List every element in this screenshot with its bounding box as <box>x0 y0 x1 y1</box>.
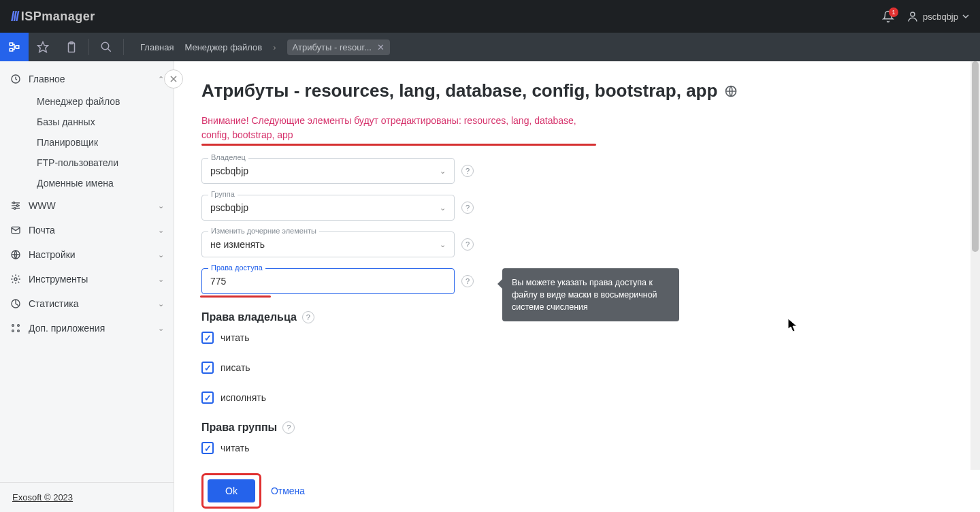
breadcrumb-filemanager[interactable]: Менеджер файлов <box>184 42 262 52</box>
gear-icon <box>10 273 22 285</box>
nav-group-www[interactable]: WWW ⌄ <box>0 193 174 218</box>
owner-select[interactable]: Владелец pscbqbjp ⌄ <box>201 158 455 184</box>
clipboard-icon <box>65 41 78 53</box>
svg-point-0 <box>911 12 915 16</box>
ok-button[interactable]: Ok <box>208 479 255 502</box>
logo-text: ISPmanager <box>21 10 95 24</box>
main-content: Атрибуты - resources, lang, database, co… <box>174 61 980 512</box>
group-read-checkbox[interactable]: читать <box>201 442 953 454</box>
breadcrumb-current-tab[interactable]: Атрибуты - resour... ✕ <box>287 39 390 55</box>
svg-rect-1 <box>10 43 13 46</box>
permissions-value: 775 <box>210 276 226 287</box>
ok-highlight-box: Ok <box>201 473 261 509</box>
permissions-label: Права доступа <box>208 263 265 272</box>
toolbar-separator <box>88 39 89 55</box>
user-menu[interactable]: pscbqbjp <box>906 10 969 22</box>
logo[interactable]: /// ISPmanager <box>11 9 95 25</box>
clipboard-button[interactable] <box>57 33 86 61</box>
checkbox-label: читать <box>220 332 250 343</box>
nav-group-label: WWW <box>29 200 56 211</box>
nav-group-mail[interactable]: Почта ⌄ <box>0 218 174 242</box>
breadcrumbs: Главная Менеджер файлов › Атрибуты - res… <box>140 39 390 55</box>
chevron-down-icon <box>962 13 969 20</box>
sidebar-item-ftpusers[interactable]: FTP-пользователи <box>30 153 174 173</box>
chevron-down-icon: ⌄ <box>440 204 446 212</box>
owner-write-checkbox[interactable]: писать <box>201 362 953 374</box>
nav-group-apps[interactable]: Доп. приложения ⌄ <box>0 316 174 340</box>
toolbar-separator <box>123 39 124 55</box>
logo-slashes-icon: /// <box>11 9 18 25</box>
highlight-underline <box>201 144 596 146</box>
help-icon[interactable]: ? <box>282 421 295 434</box>
username-label: pscbqbjp <box>923 12 958 22</box>
globe-icon <box>10 249 22 261</box>
permissions-tooltip: Вы можете указать права доступа к файлу … <box>502 268 679 321</box>
svg-rect-3 <box>16 46 19 49</box>
sidebar-footer: Exosoft © 2023 <box>0 482 174 512</box>
owner-label: Владелец <box>208 153 248 161</box>
cancel-button[interactable]: Отмена <box>271 485 305 496</box>
chevron-down-icon: ⌄ <box>158 324 164 333</box>
action-footer: Ok Отмена <box>174 470 980 512</box>
sidebar-item-databases[interactable]: Базы данных <box>30 112 174 132</box>
topbar: /// ISPmanager 1 pscbqbjp <box>0 0 980 33</box>
checkbox-icon <box>201 442 214 454</box>
warning-text: Внимание! Следующие элементы будут отред… <box>201 114 596 142</box>
dashboard-icon <box>10 73 22 85</box>
close-icon[interactable]: ✕ <box>377 42 385 52</box>
highlight-underline <box>200 295 271 298</box>
user-icon <box>906 10 919 22</box>
permissions-input[interactable]: Права доступа 775 <box>201 268 455 294</box>
breadcrumb-home[interactable]: Главная <box>140 42 174 52</box>
nav-group-settings[interactable]: Настройки ⌄ <box>0 242 174 267</box>
chevron-down-icon: ⌄ <box>440 167 446 176</box>
checkbox-label: писать <box>220 362 250 373</box>
nav-group-tools[interactable]: Инструменты ⌄ <box>0 267 174 291</box>
scrollbar-track[interactable] <box>970 61 980 512</box>
nav-toggle-button[interactable] <box>0 33 29 61</box>
sidebar: Главное ⌃ Менеджер файлов Базы данных Пл… <box>0 61 174 512</box>
svg-point-18 <box>14 278 17 281</box>
star-icon <box>37 41 49 53</box>
footer-link[interactable]: Exosoft © 2023 <box>12 492 73 502</box>
nav-group-stats[interactable]: Статистика ⌄ <box>0 291 174 316</box>
children-value: не изменять <box>210 239 265 250</box>
group-select[interactable]: Группа pscbqbjp ⌄ <box>201 195 455 221</box>
checkbox-label: читать <box>220 443 250 453</box>
chevron-down-icon: ⌄ <box>158 275 164 284</box>
chevron-down-icon: ⌄ <box>158 226 164 235</box>
svg-point-20 <box>12 325 14 327</box>
help-icon[interactable]: ? <box>302 311 314 323</box>
nav-group-label: Настройки <box>29 249 76 260</box>
help-icon[interactable]: ? <box>461 238 474 251</box>
sidebar-item-domains[interactable]: Доменные имена <box>30 173 174 193</box>
sidebar-collapse-button[interactable] <box>164 69 183 89</box>
nav-group-label: Почта <box>29 225 55 236</box>
sidebar-item-filemanager[interactable]: Менеджер файлов <box>30 91 174 112</box>
notifications-button[interactable]: 1 <box>882 10 894 22</box>
breadcrumb-tab-label: Атрибуты - resour... <box>293 42 372 52</box>
chevron-down-icon: ⌄ <box>158 251 164 259</box>
scrollbar-thumb[interactable] <box>972 61 979 252</box>
chevron-down-icon: ⌄ <box>158 202 164 210</box>
svg-point-7 <box>101 42 109 50</box>
help-icon[interactable]: ? <box>461 165 474 177</box>
children-select[interactable]: Изменить дочерние элементы не изменять ⌄ <box>201 231 455 257</box>
nav-group-main[interactable]: Главное ⌃ <box>0 67 174 91</box>
owner-read-checkbox[interactable]: читать <box>201 332 953 344</box>
chevron-down-icon: ⌄ <box>158 300 164 308</box>
svg-rect-2 <box>10 48 13 51</box>
nav-group-label: Доп. приложения <box>29 323 105 334</box>
search-button[interactable] <box>92 41 120 53</box>
sidebar-item-scheduler[interactable]: Планировщик <box>30 132 174 153</box>
help-icon[interactable]: ? <box>461 202 474 214</box>
group-value: pscbqbjp <box>210 202 248 213</box>
search-icon <box>100 41 112 53</box>
svg-point-15 <box>14 208 16 210</box>
chevron-up-icon: ⌃ <box>158 75 164 84</box>
owner-value: pscbqbjp <box>210 165 248 176</box>
owner-exec-checkbox[interactable]: исполнять <box>201 391 953 404</box>
favorites-button[interactable] <box>29 33 57 61</box>
checkbox-icon <box>201 332 214 344</box>
help-icon[interactable]: ? <box>461 275 474 287</box>
